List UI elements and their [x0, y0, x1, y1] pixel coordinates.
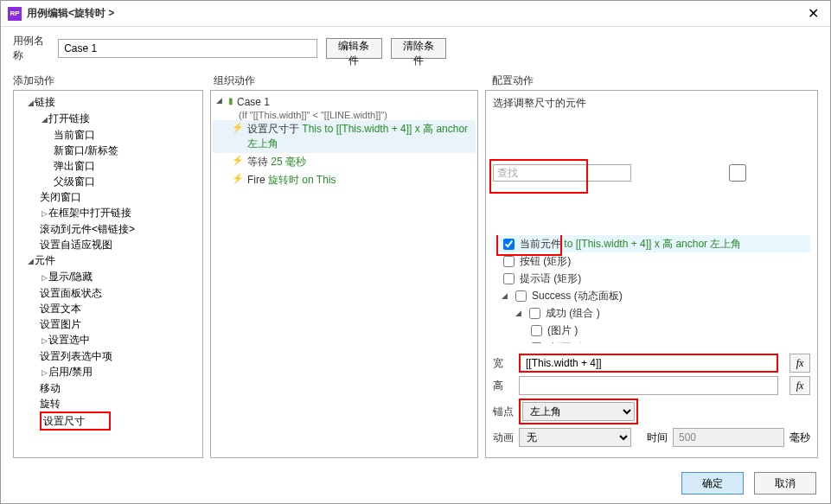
folder-icon: ▮: [228, 96, 233, 105]
widget-checkbox[interactable]: [529, 308, 540, 319]
tree-scroll-to[interactable]: 滚动到元件<错链接>: [40, 223, 135, 235]
app-icon: RP: [8, 7, 22, 21]
tree-enable-disable[interactable]: 启用/禁用: [48, 366, 93, 378]
case-condition: (If "[[This.width]]" < "[[LINE.width]]"): [213, 110, 476, 120]
bolt-icon: ⚡: [232, 155, 244, 166]
tree-set-image[interactable]: 设置图片: [40, 318, 81, 330]
widget-success-group[interactable]: 成功 (组合 ): [546, 306, 600, 320]
tree-set-list[interactable]: 设置列表选中项: [40, 350, 112, 362]
width-label: 宽: [493, 356, 514, 371]
widget-current-detail: to [[This.width + 4]] x 高 anchor 左上角: [564, 238, 741, 250]
anim-label: 动画: [493, 431, 514, 445]
widget-checkbox[interactable]: [531, 325, 542, 336]
tree-rotate[interactable]: 旋转: [40, 398, 61, 410]
tree-set-adaptive[interactable]: 设置自适应视图: [40, 239, 112, 251]
search-input[interactable]: [493, 164, 631, 182]
widget-hint[interactable]: 提示语 (矩形): [520, 271, 581, 285]
expand-icon[interactable]: ◢: [40, 112, 48, 127]
widget-image[interactable]: (图片 ): [547, 323, 578, 337]
widget-checkbox[interactable]: [515, 290, 527, 302]
tree-close-window[interactable]: 关闭窗口: [40, 191, 81, 203]
action-fire-detail: 旋转时 on This: [268, 174, 336, 186]
tree-set-text[interactable]: 设置文本: [40, 303, 81, 315]
tree-set-selected[interactable]: 设置选中: [48, 334, 90, 346]
collapse-icon[interactable]: ▷: [40, 206, 48, 221]
time-input: [673, 428, 784, 447]
tree-item[interactable]: 弹出窗口: [54, 160, 95, 172]
ms-label: 毫秒: [789, 431, 810, 445]
fx-button-width[interactable]: fx: [789, 354, 810, 373]
case-name-label: 用例名称: [13, 34, 49, 63]
close-icon[interactable]: ✕: [802, 3, 823, 24]
case-title[interactable]: Case 1: [237, 96, 270, 108]
widget-current-label[interactable]: 当前元件: [520, 238, 564, 250]
time-label: 时间: [647, 431, 668, 445]
action-wait[interactable]: 等待: [247, 156, 271, 168]
expand-icon[interactable]: ◢: [515, 306, 524, 320]
tree-move[interactable]: 移动: [40, 382, 61, 394]
add-action-panel: ◢链接 ◢打开链接 当前窗口 新窗口/新标签 弹出窗口 父级窗口 关闭窗口 ▷在…: [13, 90, 203, 458]
height-label: 高: [493, 379, 514, 393]
collapse-icon[interactable]: ▷: [40, 270, 48, 285]
collapse-icon[interactable]: ▷: [40, 365, 48, 380]
fx-button-height[interactable]: fx: [789, 376, 810, 395]
collapse-icon[interactable]: ▷: [40, 333, 48, 348]
expand-icon[interactable]: ◢: [26, 253, 35, 269]
cancel-button[interactable]: 取消: [754, 472, 816, 494]
bolt-icon: ⚡: [232, 122, 244, 133]
widget-success-panel[interactable]: Success (动态面板): [532, 289, 623, 303]
anim-select[interactable]: 无: [519, 428, 631, 447]
window-title: 用例编辑<旋转时 >: [27, 6, 802, 21]
anchor-select[interactable]: 左上角: [522, 402, 635, 421]
tree-set-panel[interactable]: 设置面板状态: [40, 287, 102, 299]
widget-checkbox[interactable]: [503, 256, 515, 267]
tree-set-size[interactable]: 设置尺寸: [40, 411, 111, 431]
organize-action-panel: ◢▮Case 1 (If "[[This.width]]" < "[[LINE.…: [210, 90, 478, 458]
section-conf-label: 配置动作: [492, 73, 534, 88]
tree-group-widget[interactable]: 元件: [35, 254, 55, 266]
ok-button[interactable]: 确定: [681, 472, 744, 494]
edit-condition-button[interactable]: 编辑条件: [326, 38, 381, 59]
section-org-label: 组织动作: [214, 73, 483, 88]
clear-condition-button[interactable]: 清除条件: [391, 38, 446, 59]
config-header: 选择调整尺寸的元件: [486, 91, 817, 114]
widget-checkbox[interactable]: [531, 342, 542, 344]
tree-item[interactable]: 当前窗口: [54, 129, 95, 141]
expand-icon[interactable]: ◢: [216, 96, 225, 105]
widget-ellipse[interactable]: (椭圆形): [547, 341, 585, 343]
configure-action-panel: 选择调整尺寸的元件 隐藏未命名的元件 当前元件 to [[This.width …: [485, 90, 818, 458]
tree-item[interactable]: 父级窗口: [54, 175, 95, 188]
expand-icon[interactable]: ◢: [26, 95, 35, 111]
anchor-label: 锚点: [493, 405, 514, 419]
height-input[interactable]: [519, 376, 778, 395]
hide-unnamed-toggle[interactable]: 隐藏未命名的元件: [638, 114, 818, 232]
action-wait-detail: 25 毫秒: [271, 156, 306, 168]
tree-show-hide[interactable]: 显示/隐藏: [48, 271, 93, 283]
widget-checkbox[interactable]: [503, 273, 515, 284]
tree-item[interactable]: 新窗口/新标签: [54, 144, 118, 156]
width-input[interactable]: [519, 354, 778, 373]
tree-open-link[interactable]: 打开链接: [48, 112, 90, 124]
action-set-size[interactable]: 设置尺寸于: [247, 123, 302, 135]
section-add-label: 添加动作: [13, 73, 205, 88]
widget-button[interactable]: 按钮 (矩形): [520, 254, 571, 268]
expand-icon[interactable]: ◢: [502, 289, 510, 303]
case-name-input[interactable]: [58, 39, 317, 58]
widget-checkbox-current[interactable]: [503, 239, 515, 250]
bolt-icon: ⚡: [232, 173, 244, 184]
action-fire[interactable]: Fire: [247, 174, 268, 186]
tree-group-link[interactable]: 链接: [35, 96, 55, 108]
hide-unnamed-checkbox[interactable]: [638, 164, 818, 182]
tree-open-in-frame[interactable]: 在框架中打开链接: [48, 207, 131, 219]
